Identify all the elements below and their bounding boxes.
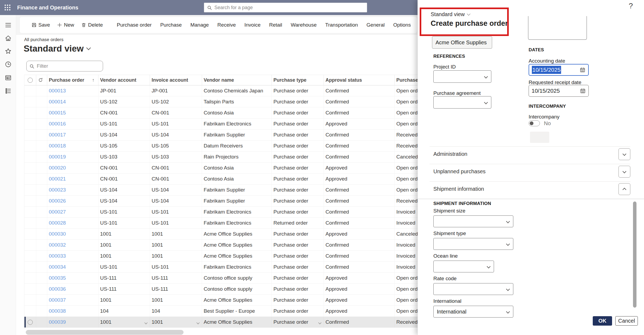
horizontal-scrollbar[interactable] <box>26 330 184 335</box>
purchase-agreement-combobox[interactable] <box>433 96 491 109</box>
recent-clock-icon[interactable] <box>5 61 12 68</box>
filter-input[interactable] <box>27 61 103 71</box>
save-button[interactable]: Save <box>31 22 50 28</box>
column-header-vendor-name[interactable]: Vendor name <box>202 75 272 85</box>
column-header-purchase-order[interactable]: Purchase order↑ <box>47 75 98 85</box>
purchase-order-link[interactable]: 000021 <box>49 176 66 182</box>
ocean-line-combobox[interactable] <box>433 261 494 272</box>
table-row[interactable]: 000021CN-001CN-001Contoso AsiaPurchase o… <box>24 174 418 185</box>
cancel-button[interactable]: Cancel <box>615 316 638 326</box>
favorites-star-icon[interactable] <box>5 48 12 55</box>
purchase-order-link[interactable]: 000020 <box>49 165 66 171</box>
table-row[interactable]: 000034US-101US-101Fabrikam ElectronicsPu… <box>24 262 418 273</box>
purchase-order-link[interactable]: 000037 <box>49 297 66 303</box>
column-header-approval-status[interactable]: Approval status <box>324 75 395 85</box>
page-search-box[interactable] <box>204 3 367 12</box>
purchase-order-link[interactable]: 000035 <box>49 275 66 281</box>
table-row[interactable]: 000014US-102US-102Tailspin PartsPurchase… <box>24 96 418 107</box>
section-shipment-information[interactable]: Shipment information <box>433 186 484 192</box>
purchase-order-link[interactable]: 000038 <box>49 308 66 314</box>
modules-list-icon[interactable] <box>5 87 12 95</box>
purchase-order-link[interactable]: 000036 <box>49 286 66 292</box>
refresh-icon[interactable] <box>38 77 43 83</box>
help-icon[interactable]: ? <box>629 2 633 10</box>
filter-box[interactable] <box>26 61 103 71</box>
table-row[interactable]: 000027US-101US-101Fabrikam ElectronicsPu… <box>24 207 418 218</box>
table-row[interactable]: 00003010011001Acme Office SuppliesPurcha… <box>24 229 418 240</box>
toolbar-tab-warehouse[interactable]: Warehouse <box>291 22 317 28</box>
purchase-order-link[interactable]: 000023 <box>49 187 66 193</box>
section-administration[interactable]: Administration <box>433 151 467 157</box>
column-header-vendor-account[interactable]: Vendor account <box>98 75 150 85</box>
row-select-circle[interactable] <box>28 320 33 325</box>
column-header-invoice-account[interactable]: Invoice account <box>150 75 202 85</box>
purchase-order-link[interactable]: 000033 <box>49 253 66 259</box>
table-row[interactable]: 00003710011001Acme Office SuppliesPurcha… <box>24 295 418 306</box>
toolbar-tab-invoice[interactable]: Invoice <box>244 22 261 28</box>
table-row[interactable]: 000020CN-001CN-001Contoso AsiaPurchase o… <box>24 163 418 174</box>
toolbar-tab-receive[interactable]: Receive <box>217 22 236 28</box>
purchase-order-link[interactable]: 000017 <box>49 132 66 138</box>
chevron-down-icon[interactable] <box>197 319 199 325</box>
purchase-order-link[interactable]: 000032 <box>49 242 66 248</box>
rate-code-combobox[interactable] <box>433 283 513 295</box>
purchase-order-link[interactable]: 000016 <box>49 121 66 127</box>
shipment-type-combobox[interactable] <box>433 238 513 250</box>
purchase-order-link[interactable]: 000039 <box>49 319 66 325</box>
purchase-order-link[interactable]: 000018 <box>49 143 66 149</box>
table-row[interactable]: 000017US-104US-104Fabrikam SupplierPurch… <box>24 129 418 141</box>
table-row[interactable]: 000038104104Best Supplier - EuropePurcha… <box>24 306 418 317</box>
delete-button[interactable]: Delete <box>81 22 103 28</box>
toolbar-tab-manage[interactable]: Manage <box>190 22 209 28</box>
page-search-input[interactable] <box>204 3 367 12</box>
home-icon[interactable] <box>5 34 12 42</box>
project-id-combobox[interactable] <box>433 70 491 83</box>
ok-button[interactable]: OK <box>593 316 612 326</box>
international-combobox[interactable]: International <box>433 306 513 318</box>
clipped-input-field[interactable] <box>528 16 587 40</box>
table-row[interactable]: 000036US-111US-111Contoso office supplyP… <box>24 284 418 295</box>
table-row[interactable]: 00003310011001Acme Office SuppliesPurcha… <box>24 251 418 262</box>
toolbar-tab-general[interactable]: General <box>367 22 385 28</box>
chevron-down-icon[interactable] <box>145 319 147 325</box>
select-all-circle[interactable] <box>28 78 33 83</box>
toolbar-tab-purchase[interactable]: Purchase <box>160 22 182 28</box>
table-row[interactable]: 00003210011001Acme Office SuppliesPurcha… <box>24 240 418 251</box>
table-row[interactable]: 000013JP-001JP-001Contoso Chemicals Japa… <box>24 85 418 96</box>
table-row[interactable]: 000023US-104US-104Fabrikam SupplierPurch… <box>24 185 418 196</box>
shipment-information-collapse-button[interactable] <box>619 183 630 195</box>
column-header-purchase-order-status[interactable]: Purchase order status <box>395 75 418 85</box>
waffle-menu-icon[interactable] <box>0 0 15 15</box>
vendor-name-field[interactable]: Acme Office Supplies <box>432 36 492 49</box>
toolbar-tab-options[interactable]: Options <box>393 22 411 28</box>
requested-receipt-date-field[interactable]: 10/15/2025 <box>529 85 589 97</box>
purchase-order-link[interactable]: 000028 <box>49 220 66 226</box>
purchase-order-link[interactable]: 000013 <box>49 88 66 94</box>
toolbar-tab-retail[interactable]: Retail <box>269 22 282 28</box>
toolbar-tab-purchase-order[interactable]: Purchase order <box>117 22 152 28</box>
accounting-date-field[interactable]: 10/15/2025 <box>529 64 589 76</box>
table-row[interactable]: 000015CN-001CN-001Contoso AsiaPurchase o… <box>24 107 418 118</box>
purchase-order-link[interactable]: 000014 <box>49 99 66 105</box>
table-row[interactable]: 000028US-101US-101Fabrikam ElectronicsRe… <box>24 218 418 229</box>
shipment-size-combobox[interactable] <box>433 215 513 227</box>
table-row[interactable]: 00003910011001Acme Office SuppliesPurcha… <box>24 317 418 328</box>
purchase-order-link[interactable]: 000030 <box>49 231 66 237</box>
column-header-purchase-type[interactable]: Purchase type <box>272 75 324 85</box>
purchase-order-link[interactable]: 000034 <box>49 264 66 270</box>
hamburger-icon[interactable] <box>5 21 12 29</box>
intercompany-toggle[interactable] <box>529 120 540 126</box>
panel-vertical-scrollbar[interactable] <box>633 201 636 308</box>
administration-expand-button[interactable] <box>619 148 630 160</box>
table-row[interactable]: 000016US-101US-101Fabrikam ElectronicsPu… <box>24 118 418 129</box>
workspaces-icon[interactable] <box>5 74 12 81</box>
unplanned-purchases-expand-button[interactable] <box>619 166 630 178</box>
table-row[interactable]: 000035US-111US-111Contoso office supplyP… <box>24 273 418 284</box>
purchase-order-link[interactable]: 000019 <box>49 154 66 160</box>
new-button[interactable]: New <box>57 22 74 28</box>
calendar-icon[interactable] <box>580 88 586 94</box>
table-row[interactable]: 000019US-103US-103Rain ProjectorsPurchas… <box>24 152 418 163</box>
view-title[interactable]: Standard view <box>24 44 90 54</box>
toolbar-tab-transportation[interactable]: Transportation <box>325 22 358 28</box>
panel-view-selector[interactable]: Standard view <box>431 11 470 17</box>
